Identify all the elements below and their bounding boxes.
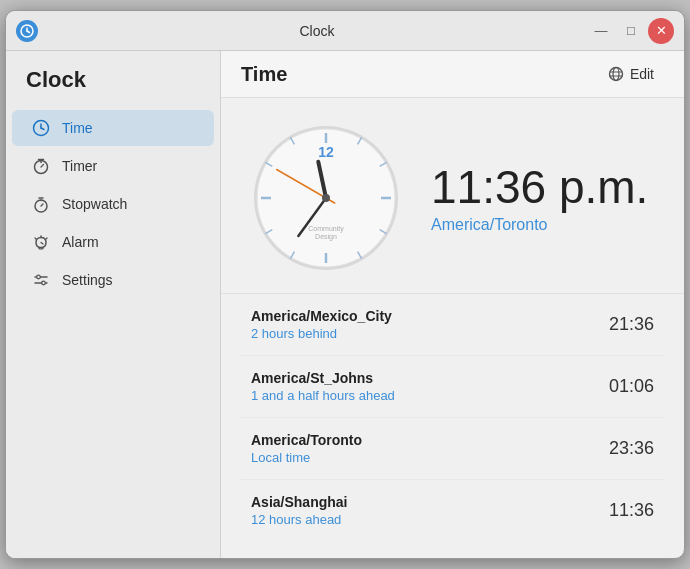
svg-line-15 <box>41 243 43 245</box>
sidebar-item-alarm[interactable]: Alarm <box>12 224 214 260</box>
stopwatch-icon <box>32 195 50 213</box>
location-time: 01:06 <box>609 376 654 397</box>
content-area: Clock Time Timer <box>6 51 684 558</box>
settings-icon <box>32 271 50 289</box>
sidebar-item-stopwatch-label: Stopwatch <box>62 196 127 212</box>
sidebar-item-timer-label: Timer <box>62 158 97 174</box>
table-row: America/St_Johns 1 and a half hours ahea… <box>241 356 664 418</box>
svg-line-16 <box>35 238 37 240</box>
svg-text:Community: Community <box>308 225 344 233</box>
clock-display: 12 Community Design <box>221 98 684 294</box>
table-row: Asia/Shanghai 12 hours ahead 11:36 <box>241 480 664 541</box>
location-offset: 2 hours behind <box>251 326 392 341</box>
edit-label: Edit <box>630 66 654 82</box>
app-icon <box>16 20 38 42</box>
location-name: Asia/Shanghai <box>251 494 347 510</box>
window-title: Clock <box>46 23 588 39</box>
close-button[interactable]: ✕ <box>648 18 674 44</box>
main-title: Time <box>241 63 287 86</box>
sidebar-item-settings[interactable]: Settings <box>12 262 214 298</box>
location-name: America/Toronto <box>251 432 362 448</box>
svg-line-5 <box>41 128 44 130</box>
location-offset: Local time <box>251 450 362 465</box>
svg-line-2 <box>27 31 30 33</box>
svg-text:Design: Design <box>315 233 337 241</box>
digital-time-panel: 11:36 p.m. America/Toronto <box>431 162 648 235</box>
time-icon <box>32 119 50 137</box>
timer-icon <box>32 157 50 175</box>
globe-icon <box>608 66 624 82</box>
current-time-display: 11:36 p.m. <box>431 162 648 213</box>
clock-location-info: America/Toronto Local time <box>251 432 362 465</box>
location-name: America/St_Johns <box>251 370 395 386</box>
main-content: 12 Community Design <box>221 98 684 558</box>
location-time: 21:36 <box>609 314 654 335</box>
app-window: Clock — □ ✕ Clock Time <box>5 10 685 559</box>
alarm-icon <box>32 233 50 251</box>
sidebar-item-time[interactable]: Time <box>12 110 214 146</box>
clock-location-info: America/Mexico_City 2 hours behind <box>251 308 392 341</box>
minimize-button[interactable]: — <box>588 18 614 44</box>
location-name: America/Mexico_City <box>251 308 392 324</box>
main-header: Time Edit <box>221 51 684 98</box>
main-panel: Time Edit <box>221 51 684 558</box>
svg-point-47 <box>322 194 330 202</box>
location-time: 11:36 <box>609 500 654 521</box>
table-row: America/Mexico_City 2 hours behind 21:36 <box>241 294 664 356</box>
svg-point-23 <box>613 68 619 81</box>
sidebar-item-timer[interactable]: Timer <box>12 148 214 184</box>
world-clocks-list: America/Mexico_City 2 hours behind 21:36… <box>221 294 684 541</box>
sidebar-item-time-label: Time <box>62 120 93 136</box>
sidebar-item-settings-label: Settings <box>62 272 113 288</box>
clock-location-info: Asia/Shanghai 12 hours ahead <box>251 494 347 527</box>
svg-line-13 <box>41 204 43 206</box>
svg-point-22 <box>609 68 622 81</box>
analog-clock: 12 Community Design <box>251 123 401 273</box>
sidebar-item-stopwatch[interactable]: Stopwatch <box>12 186 214 222</box>
location-time: 23:36 <box>609 438 654 459</box>
sidebar-title: Clock <box>6 61 220 109</box>
svg-line-17 <box>46 238 48 240</box>
location-offset: 1 and a half hours ahead <box>251 388 395 403</box>
sidebar-item-alarm-label: Alarm <box>62 234 99 250</box>
svg-text:12: 12 <box>318 144 334 160</box>
edit-button[interactable]: Edit <box>598 61 664 87</box>
svg-point-19 <box>37 275 41 279</box>
maximize-button[interactable]: □ <box>618 18 644 44</box>
location-offset: 12 hours ahead <box>251 512 347 527</box>
svg-point-21 <box>42 281 46 285</box>
table-row: America/Toronto Local time 23:36 <box>241 418 664 480</box>
titlebar: Clock — □ ✕ <box>6 11 684 51</box>
window-controls: — □ ✕ <box>588 18 674 44</box>
svg-line-9 <box>41 165 44 168</box>
sidebar: Clock Time Timer <box>6 51 221 558</box>
current-timezone-display: America/Toronto <box>431 216 548 234</box>
clock-location-info: America/St_Johns 1 and a half hours ahea… <box>251 370 395 403</box>
